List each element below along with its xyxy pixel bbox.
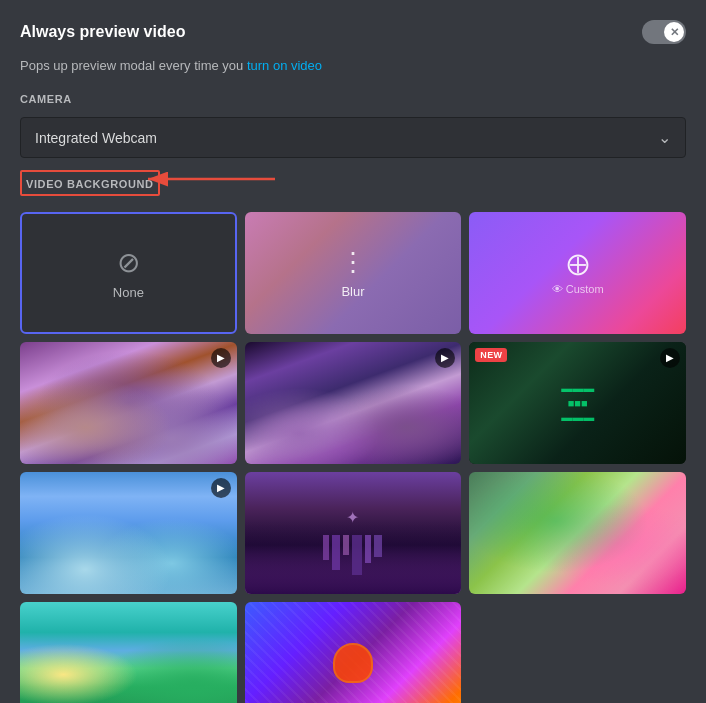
camera-selected-value: Integrated Webcam (35, 130, 157, 146)
bg-thumb-tropical[interactable] (20, 602, 237, 703)
toggle-subtitle: Pops up preview modal every time you tur… (20, 58, 686, 73)
bg-thumb-aerial[interactable] (469, 472, 686, 594)
always-preview-row: Always preview video ✕ (20, 20, 686, 44)
blur-icon: ⋮ (340, 247, 366, 278)
play-button-4[interactable]: ▶ (211, 478, 231, 498)
annotation-arrow-svg (140, 164, 280, 194)
bg-option-blur[interactable]: ⋮ Blur (245, 212, 462, 334)
close-icon: ✕ (670, 27, 679, 38)
bg-thumb-ice[interactable]: ▶ (20, 472, 237, 594)
toggle-knob: ✕ (664, 22, 684, 42)
video-bg-label: VIDEO BACKGROUND (26, 178, 154, 190)
subtitle-highlight: turn on video (247, 58, 322, 73)
bg-option-custom[interactable]: ⨁ 👁 Custom (469, 212, 686, 334)
custom-subicon: 👁 Custom (552, 283, 604, 295)
video-bg-grid: ⊘ None ⋮ Blur ⨁ 👁 Custom ▶ ▶ (20, 212, 686, 703)
bg-thumb-landscape2[interactable]: ▶ (245, 342, 462, 464)
new-badge-3: NEW (475, 348, 507, 362)
camera-dropdown[interactable]: Integrated Webcam ⌄ (20, 117, 686, 158)
always-preview-toggle[interactable]: ✕ (642, 20, 686, 44)
bg-thumb-cyber[interactable]: ▬▬▬■■■▬▬▬ NEW ▶ (469, 342, 686, 464)
camera-label: CAMERA (20, 93, 686, 105)
blur-label: Blur (341, 284, 364, 299)
play-button-3[interactable]: ▶ (660, 348, 680, 368)
custom-add-icon: ⨁ (567, 251, 589, 277)
play-button-1[interactable]: ▶ (211, 348, 231, 368)
video-bg-label-box: VIDEO BACKGROUND (20, 170, 160, 196)
none-icon: ⊘ (117, 246, 140, 279)
bg-option-none[interactable]: ⊘ None (20, 212, 237, 334)
settings-container: Always preview video ✕ Pops up preview m… (20, 20, 686, 703)
chevron-down-icon: ⌄ (658, 128, 671, 147)
bg-thumb-purple-city[interactable]: ✦ (245, 472, 462, 594)
bg-thumb-cartoon[interactable] (245, 602, 462, 703)
toggle-title: Always preview video (20, 23, 185, 41)
bg-thumb-landscape1[interactable]: ▶ (20, 342, 237, 464)
toggle-subtitle-area: Pops up preview modal every time you tur… (20, 56, 686, 73)
none-label: None (113, 285, 144, 300)
video-bg-annotation-container: VIDEO BACKGROUND (20, 170, 686, 196)
